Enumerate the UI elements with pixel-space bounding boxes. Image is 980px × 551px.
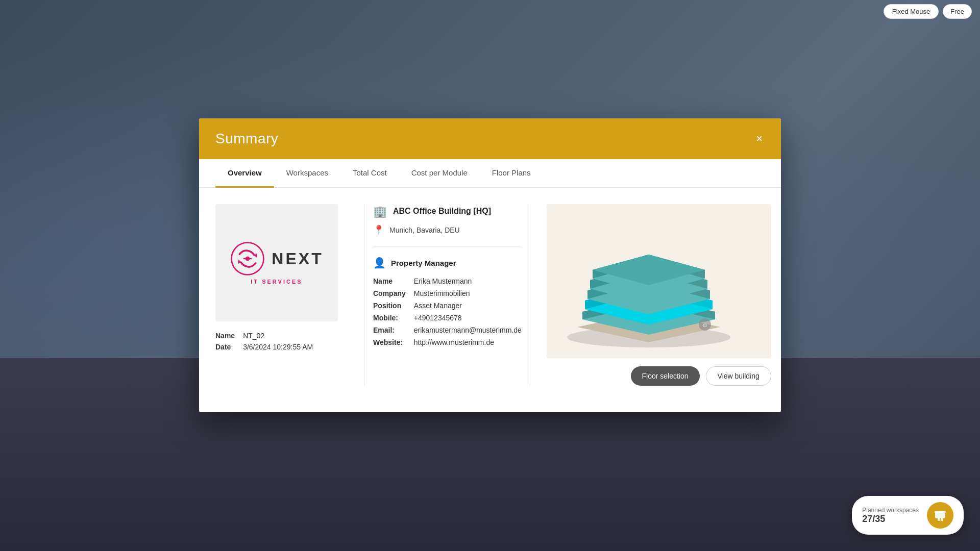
modal-body: NEXT IT SERVICES Name NT_02 Date 3/6/202…	[199, 188, 781, 402]
contact-label-5: Website:	[373, 338, 406, 346]
right-panel: ⊙ Floor selection View building	[547, 204, 771, 386]
tab-total-cost[interactable]: Total Cost	[340, 159, 399, 188]
name-label: Name	[215, 332, 235, 340]
contact-label-1: Company	[373, 289, 406, 297]
svg-rect-28	[941, 518, 943, 521]
fixed-mouse-button[interactable]: Fixed Mouse	[884, 4, 939, 19]
contact-value-2: Asset Manager	[414, 302, 522, 310]
contact-label-3: Mobile:	[373, 314, 406, 322]
modal-title: Summary	[215, 131, 278, 147]
manager-header: 👤 Property Manager	[373, 257, 522, 269]
modal-footer-spacer	[199, 402, 781, 412]
svg-rect-26	[935, 512, 945, 518]
contact-value-3: +49012345678	[414, 314, 522, 322]
svg-rect-29	[935, 511, 946, 513]
summary-modal: Summary × Overview Workspaces Total Cost…	[199, 118, 781, 412]
contact-label-2: Position	[373, 302, 406, 310]
tab-floor-plans[interactable]: Floor Plans	[480, 159, 543, 188]
middle-panel: 🏢 ABC Office Building [HQ] 📍 Munich, Bav…	[364, 204, 530, 386]
tab-workspaces[interactable]: Workspaces	[274, 159, 340, 188]
free-label: Free	[950, 8, 964, 15]
manager-section: 👤 Property Manager Name Erika Mustermann…	[373, 257, 522, 346]
building-3d-view: ⊙	[547, 204, 771, 358]
floor-selection-button[interactable]: Floor selection	[631, 366, 700, 386]
workspace-icon-circle[interactable]	[927, 502, 953, 529]
logo-icon-text: NEXT	[230, 241, 323, 277]
workspace-widget: Planned workspaces 27/35	[852, 496, 964, 535]
svg-marker-2	[238, 260, 241, 264]
date-label: Date	[215, 343, 235, 351]
svg-rect-27	[938, 518, 940, 521]
contact-value-0: Erika Mustermann	[414, 277, 522, 285]
modal-header: Summary ×	[199, 118, 781, 159]
tab-overview[interactable]: Overview	[215, 159, 274, 188]
building-section: 🏢 ABC Office Building [HQ] 📍 Munich, Bav…	[373, 204, 522, 246]
building-buttons: Floor selection View building	[547, 366, 771, 386]
svg-text:⊙: ⊙	[703, 322, 707, 328]
widget-count: 27/35	[862, 514, 919, 524]
close-button[interactable]: ×	[754, 131, 765, 146]
location-icon: 📍	[373, 224, 384, 236]
contact-grid: Name Erika Mustermann Company Musterimmo…	[373, 277, 522, 346]
contact-value-4: erikamustermann@musterimm.de	[414, 326, 522, 334]
fixed-mouse-label: Fixed Mouse	[892, 8, 930, 15]
logo-text-sub: IT SERVICES	[251, 279, 302, 285]
location-text: Munich, Bavaria, DEU	[389, 226, 460, 234]
tab-cost-per-module[interactable]: Cost per Module	[399, 159, 480, 188]
widget-label: Planned workspaces	[862, 507, 919, 514]
contact-value-5: http://www.musterimm.de	[414, 338, 522, 346]
building-name: ABC Office Building [HQ]	[393, 207, 491, 216]
company-logo-box: NEXT IT SERVICES	[215, 204, 338, 321]
view-building-button[interactable]: View building	[706, 366, 771, 386]
building-icon: 🏢	[373, 205, 387, 218]
logo-icon	[230, 241, 265, 277]
contact-label-4: Email:	[373, 326, 406, 334]
free-button[interactable]: Free	[943, 4, 972, 19]
tabs-bar: Overview Workspaces Total Cost Cost per …	[199, 159, 781, 188]
date-value: 3/6/2024 10:29:55 AM	[243, 343, 348, 351]
logo-container: NEXT IT SERVICES	[230, 241, 323, 285]
widget-text: Planned workspaces 27/35	[862, 507, 919, 524]
contact-label-0: Name	[373, 277, 406, 285]
logo-text-main: NEXT	[272, 249, 323, 268]
name-value: NT_02	[243, 332, 348, 340]
left-panel: NEXT IT SERVICES Name NT_02 Date 3/6/202…	[215, 204, 348, 386]
location-row: 📍 Munich, Bavaria, DEU	[373, 224, 522, 236]
manager-title: Property Manager	[391, 259, 456, 267]
top-bar: Fixed Mouse Free	[875, 0, 980, 23]
modal-overlay: Summary × Overview Workspaces Total Cost…	[0, 0, 980, 551]
workspace-icon	[933, 508, 947, 522]
contact-value-1: Musterimmobilien	[414, 289, 522, 297]
name-date-grid: Name NT_02 Date 3/6/2024 10:29:55 AM	[215, 332, 348, 351]
svg-marker-1	[254, 254, 257, 258]
manager-icon: 👤	[373, 257, 386, 269]
building-svg: ⊙	[547, 204, 771, 358]
